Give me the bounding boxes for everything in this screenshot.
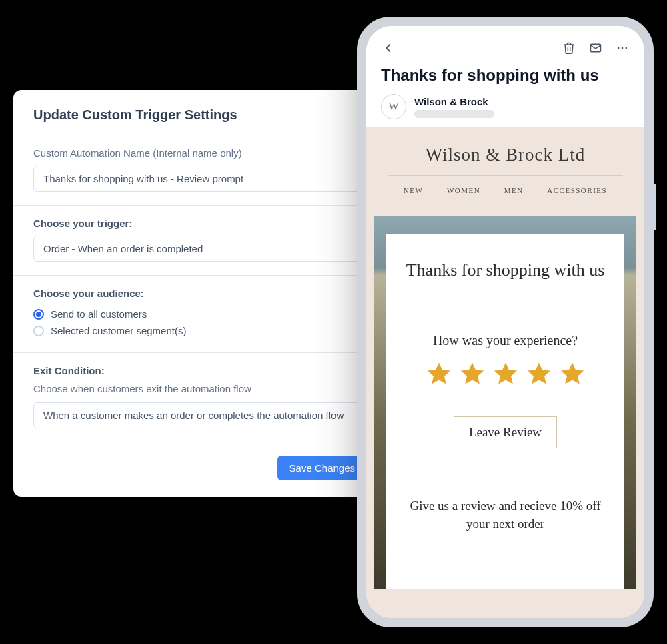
radio-icon: [33, 309, 44, 320]
nav-women[interactable]: WOMEN: [447, 186, 480, 194]
card-description: Give us a review and recieve 10% off you…: [404, 497, 607, 533]
review-card: Thanks for shopping with us How was your…: [386, 234, 624, 589]
divider: [404, 474, 607, 474]
nav-new[interactable]: NEW: [404, 186, 424, 194]
exit-help-text: Choose when customers exit the automatio…: [33, 383, 367, 394]
trigger-label: Choose your trigger:: [33, 218, 367, 229]
phone-side-button: [652, 184, 656, 230]
mail-subject: Thanks for shopping with us: [381, 66, 630, 85]
phone-mockup: Thanks for shopping with us W Wilson & B…: [357, 17, 654, 627]
mail-icon[interactable]: [588, 41, 603, 55]
back-icon[interactable]: [381, 41, 396, 55]
star-icon[interactable]: [492, 360, 520, 388]
exit-label: Exit Condition:: [33, 365, 367, 376]
mail-app-header: Thanks for shopping with us W Wilson & B…: [366, 26, 644, 127]
exit-condition-section: Exit Condition: Choose when customers ex…: [33, 353, 367, 442]
phone-screen: Thanks for shopping with us W Wilson & B…: [366, 26, 644, 618]
automation-name-input[interactable]: [33, 166, 367, 192]
audience-option-segment[interactable]: Selected customer segment(s): [33, 322, 367, 339]
svg-point-2: [622, 47, 624, 49]
brand-title: Wilson & Brock Ltd: [380, 145, 631, 166]
trigger-settings-panel: Update Custom Trigger Settings Custom Au…: [13, 90, 387, 497]
more-icon[interactable]: [615, 41, 630, 55]
panel-title: Update Custom Trigger Settings: [33, 107, 367, 135]
nav-men[interactable]: MEN: [504, 186, 524, 194]
radio-icon: [33, 326, 44, 336]
divider: [388, 175, 623, 176]
star-rating: [404, 360, 607, 388]
audience-option-all[interactable]: Send to all customers: [33, 306, 367, 322]
trash-icon[interactable]: [562, 41, 576, 55]
sender-row: W Wilson & Brock: [381, 94, 630, 119]
brand-nav: NEW WOMEN MEN ACCESSORIES: [380, 185, 631, 206]
card-subtitle: How was your experience?: [404, 333, 607, 348]
star-icon[interactable]: [558, 360, 586, 388]
trigger-select[interactable]: Order - When an order is completed: [33, 236, 367, 262]
svg-point-1: [618, 47, 620, 49]
trigger-section: Choose your trigger: Order - When an ord…: [33, 206, 367, 275]
card-title: Thanks for shopping with us: [404, 258, 607, 282]
exit-condition-select[interactable]: When a customer makes an order or comple…: [33, 402, 367, 428]
avatar: W: [381, 94, 406, 119]
star-icon[interactable]: [425, 360, 453, 388]
nav-accessories[interactable]: ACCESSORIES: [547, 186, 607, 194]
leave-review-button[interactable]: Leave Review: [454, 416, 557, 448]
sender-meta-placeholder: [414, 110, 494, 118]
star-icon[interactable]: [458, 360, 486, 388]
svg-point-3: [626, 47, 628, 49]
star-icon[interactable]: [525, 360, 553, 388]
audience-section: Choose your audience: Send to all custom…: [33, 276, 367, 352]
sender-name: Wilson & Brock: [414, 96, 494, 107]
radio-label: Selected customer segment(s): [51, 325, 186, 336]
radio-label: Send to all customers: [51, 308, 147, 320]
divider: [404, 310, 607, 310]
hero-image: Thanks for shopping with us How was your…: [374, 216, 636, 589]
automation-name-label: Custom Automation Name (Internal name on…: [33, 147, 367, 159]
save-button[interactable]: Save Changes: [277, 456, 367, 480]
email-body: Wilson & Brock Ltd NEW WOMEN MEN ACCESSO…: [366, 127, 644, 618]
audience-label: Choose your audience:: [33, 288, 367, 299]
automation-name-section: Custom Automation Name (Internal name on…: [33, 135, 367, 205]
